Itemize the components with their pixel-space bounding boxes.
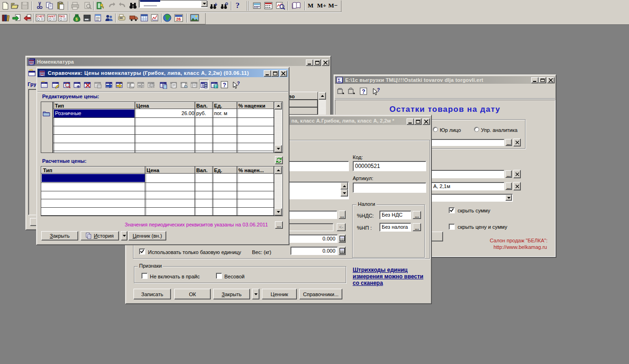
svg-text:СЧЕТ: СЧЕТ — [37, 15, 44, 18]
svg-text:ПКО: ПКО — [59, 15, 65, 18]
svg-text:?: ? — [377, 87, 380, 93]
svg-text:26: 26 — [176, 17, 181, 22]
svg-text:Σ: Σ — [338, 78, 341, 83]
svg-text:?: ? — [223, 82, 226, 88]
svg-text:АККТ: АККТ — [48, 15, 56, 18]
svg-text:?: ? — [237, 81, 240, 86]
svg-text:$: $ — [75, 17, 78, 22]
svg-text:?: ? — [362, 88, 365, 95]
